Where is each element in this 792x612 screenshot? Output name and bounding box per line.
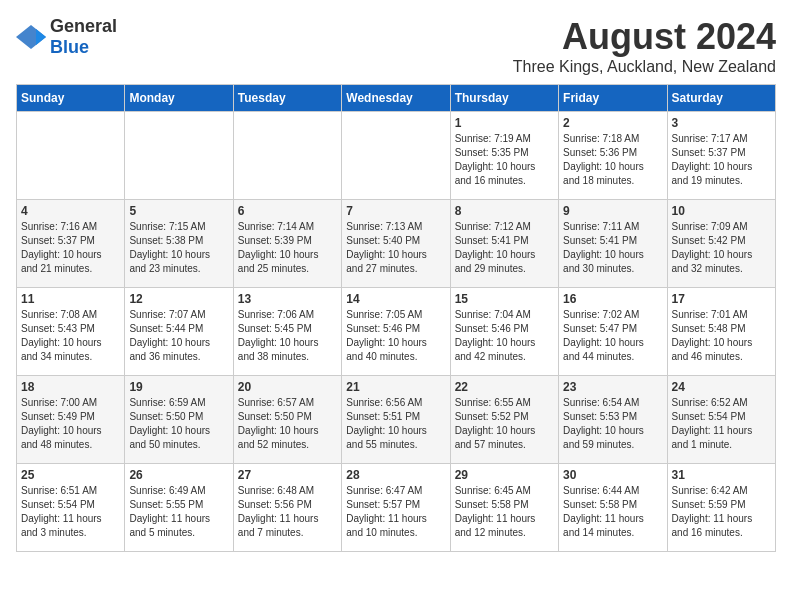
cell-date-number: 30 bbox=[563, 468, 662, 482]
cell-info-text: Sunrise: 7:16 AM Sunset: 5:37 PM Dayligh… bbox=[21, 220, 120, 276]
calendar-cell: 25Sunrise: 6:51 AM Sunset: 5:54 PM Dayli… bbox=[17, 464, 125, 552]
cell-info-text: Sunrise: 6:44 AM Sunset: 5:58 PM Dayligh… bbox=[563, 484, 662, 540]
cell-info-text: Sunrise: 6:55 AM Sunset: 5:52 PM Dayligh… bbox=[455, 396, 554, 452]
calendar-week-row: 11Sunrise: 7:08 AM Sunset: 5:43 PM Dayli… bbox=[17, 288, 776, 376]
weekday-header-sunday: Sunday bbox=[17, 85, 125, 112]
cell-date-number: 18 bbox=[21, 380, 120, 394]
title-section: August 2024 Three Kings, Auckland, New Z… bbox=[513, 16, 776, 76]
cell-info-text: Sunrise: 7:12 AM Sunset: 5:41 PM Dayligh… bbox=[455, 220, 554, 276]
cell-date-number: 23 bbox=[563, 380, 662, 394]
cell-date-number: 14 bbox=[346, 292, 445, 306]
calendar-cell bbox=[233, 112, 341, 200]
calendar-cell: 4Sunrise: 7:16 AM Sunset: 5:37 PM Daylig… bbox=[17, 200, 125, 288]
calendar-cell: 6Sunrise: 7:14 AM Sunset: 5:39 PM Daylig… bbox=[233, 200, 341, 288]
cell-date-number: 4 bbox=[21, 204, 120, 218]
calendar-cell: 5Sunrise: 7:15 AM Sunset: 5:38 PM Daylig… bbox=[125, 200, 233, 288]
calendar-cell bbox=[17, 112, 125, 200]
weekday-header-tuesday: Tuesday bbox=[233, 85, 341, 112]
cell-date-number: 5 bbox=[129, 204, 228, 218]
cell-info-text: Sunrise: 6:54 AM Sunset: 5:53 PM Dayligh… bbox=[563, 396, 662, 452]
calendar-cell: 27Sunrise: 6:48 AM Sunset: 5:56 PM Dayli… bbox=[233, 464, 341, 552]
cell-date-number: 28 bbox=[346, 468, 445, 482]
weekday-header-wednesday: Wednesday bbox=[342, 85, 450, 112]
cell-info-text: Sunrise: 6:57 AM Sunset: 5:50 PM Dayligh… bbox=[238, 396, 337, 452]
cell-date-number: 26 bbox=[129, 468, 228, 482]
calendar-cell: 28Sunrise: 6:47 AM Sunset: 5:57 PM Dayli… bbox=[342, 464, 450, 552]
cell-info-text: Sunrise: 6:45 AM Sunset: 5:58 PM Dayligh… bbox=[455, 484, 554, 540]
cell-info-text: Sunrise: 7:08 AM Sunset: 5:43 PM Dayligh… bbox=[21, 308, 120, 364]
cell-date-number: 16 bbox=[563, 292, 662, 306]
calendar-cell: 2Sunrise: 7:18 AM Sunset: 5:36 PM Daylig… bbox=[559, 112, 667, 200]
cell-date-number: 7 bbox=[346, 204, 445, 218]
cell-date-number: 3 bbox=[672, 116, 771, 130]
cell-date-number: 24 bbox=[672, 380, 771, 394]
logo-text: General Blue bbox=[50, 16, 117, 58]
cell-info-text: Sunrise: 6:59 AM Sunset: 5:50 PM Dayligh… bbox=[129, 396, 228, 452]
calendar-cell: 30Sunrise: 6:44 AM Sunset: 5:58 PM Dayli… bbox=[559, 464, 667, 552]
weekday-header-monday: Monday bbox=[125, 85, 233, 112]
cell-info-text: Sunrise: 7:19 AM Sunset: 5:35 PM Dayligh… bbox=[455, 132, 554, 188]
cell-info-text: Sunrise: 6:56 AM Sunset: 5:51 PM Dayligh… bbox=[346, 396, 445, 452]
calendar-cell: 10Sunrise: 7:09 AM Sunset: 5:42 PM Dayli… bbox=[667, 200, 775, 288]
cell-date-number: 12 bbox=[129, 292, 228, 306]
cell-info-text: Sunrise: 7:02 AM Sunset: 5:47 PM Dayligh… bbox=[563, 308, 662, 364]
cell-date-number: 10 bbox=[672, 204, 771, 218]
cell-date-number: 21 bbox=[346, 380, 445, 394]
calendar-week-row: 25Sunrise: 6:51 AM Sunset: 5:54 PM Dayli… bbox=[17, 464, 776, 552]
calendar-cell: 16Sunrise: 7:02 AM Sunset: 5:47 PM Dayli… bbox=[559, 288, 667, 376]
cell-date-number: 8 bbox=[455, 204, 554, 218]
calendar-week-row: 18Sunrise: 7:00 AM Sunset: 5:49 PM Dayli… bbox=[17, 376, 776, 464]
calendar-cell: 19Sunrise: 6:59 AM Sunset: 5:50 PM Dayli… bbox=[125, 376, 233, 464]
cell-info-text: Sunrise: 6:48 AM Sunset: 5:56 PM Dayligh… bbox=[238, 484, 337, 540]
cell-date-number: 6 bbox=[238, 204, 337, 218]
cell-date-number: 31 bbox=[672, 468, 771, 482]
cell-info-text: Sunrise: 7:11 AM Sunset: 5:41 PM Dayligh… bbox=[563, 220, 662, 276]
cell-info-text: Sunrise: 6:52 AM Sunset: 5:54 PM Dayligh… bbox=[672, 396, 771, 452]
cell-info-text: Sunrise: 7:18 AM Sunset: 5:36 PM Dayligh… bbox=[563, 132, 662, 188]
calendar-cell: 23Sunrise: 6:54 AM Sunset: 5:53 PM Dayli… bbox=[559, 376, 667, 464]
cell-date-number: 22 bbox=[455, 380, 554, 394]
logo-general: General bbox=[50, 16, 117, 36]
calendar-week-row: 1Sunrise: 7:19 AM Sunset: 5:35 PM Daylig… bbox=[17, 112, 776, 200]
cell-info-text: Sunrise: 7:05 AM Sunset: 5:46 PM Dayligh… bbox=[346, 308, 445, 364]
calendar-cell: 21Sunrise: 6:56 AM Sunset: 5:51 PM Dayli… bbox=[342, 376, 450, 464]
cell-date-number: 13 bbox=[238, 292, 337, 306]
logo: General Blue bbox=[16, 16, 117, 58]
calendar-cell: 1Sunrise: 7:19 AM Sunset: 5:35 PM Daylig… bbox=[450, 112, 558, 200]
logo-blue: Blue bbox=[50, 37, 89, 57]
calendar-cell: 9Sunrise: 7:11 AM Sunset: 5:41 PM Daylig… bbox=[559, 200, 667, 288]
cell-date-number: 17 bbox=[672, 292, 771, 306]
logo-icon bbox=[16, 25, 46, 49]
calendar-cell: 24Sunrise: 6:52 AM Sunset: 5:54 PM Dayli… bbox=[667, 376, 775, 464]
calendar-cell: 18Sunrise: 7:00 AM Sunset: 5:49 PM Dayli… bbox=[17, 376, 125, 464]
cell-date-number: 19 bbox=[129, 380, 228, 394]
calendar-cell: 29Sunrise: 6:45 AM Sunset: 5:58 PM Dayli… bbox=[450, 464, 558, 552]
weekday-header-row: SundayMondayTuesdayWednesdayThursdayFrid… bbox=[17, 85, 776, 112]
calendar-cell: 13Sunrise: 7:06 AM Sunset: 5:45 PM Dayli… bbox=[233, 288, 341, 376]
cell-info-text: Sunrise: 6:42 AM Sunset: 5:59 PM Dayligh… bbox=[672, 484, 771, 540]
calendar-cell: 17Sunrise: 7:01 AM Sunset: 5:48 PM Dayli… bbox=[667, 288, 775, 376]
calendar-cell: 7Sunrise: 7:13 AM Sunset: 5:40 PM Daylig… bbox=[342, 200, 450, 288]
cell-date-number: 27 bbox=[238, 468, 337, 482]
calendar-subtitle: Three Kings, Auckland, New Zealand bbox=[513, 58, 776, 76]
cell-info-text: Sunrise: 7:06 AM Sunset: 5:45 PM Dayligh… bbox=[238, 308, 337, 364]
calendar-cell: 8Sunrise: 7:12 AM Sunset: 5:41 PM Daylig… bbox=[450, 200, 558, 288]
cell-info-text: Sunrise: 7:00 AM Sunset: 5:49 PM Dayligh… bbox=[21, 396, 120, 452]
calendar-cell bbox=[125, 112, 233, 200]
calendar-cell: 26Sunrise: 6:49 AM Sunset: 5:55 PM Dayli… bbox=[125, 464, 233, 552]
cell-info-text: Sunrise: 6:49 AM Sunset: 5:55 PM Dayligh… bbox=[129, 484, 228, 540]
cell-info-text: Sunrise: 6:47 AM Sunset: 5:57 PM Dayligh… bbox=[346, 484, 445, 540]
weekday-header-friday: Friday bbox=[559, 85, 667, 112]
cell-info-text: Sunrise: 7:15 AM Sunset: 5:38 PM Dayligh… bbox=[129, 220, 228, 276]
calendar-cell: 31Sunrise: 6:42 AM Sunset: 5:59 PM Dayli… bbox=[667, 464, 775, 552]
cell-info-text: Sunrise: 7:17 AM Sunset: 5:37 PM Dayligh… bbox=[672, 132, 771, 188]
cell-date-number: 15 bbox=[455, 292, 554, 306]
cell-date-number: 9 bbox=[563, 204, 662, 218]
calendar-cell: 15Sunrise: 7:04 AM Sunset: 5:46 PM Dayli… bbox=[450, 288, 558, 376]
cell-info-text: Sunrise: 7:14 AM Sunset: 5:39 PM Dayligh… bbox=[238, 220, 337, 276]
calendar-title: August 2024 bbox=[513, 16, 776, 58]
svg-marker-1 bbox=[36, 29, 46, 45]
cell-date-number: 29 bbox=[455, 468, 554, 482]
calendar-cell: 12Sunrise: 7:07 AM Sunset: 5:44 PM Dayli… bbox=[125, 288, 233, 376]
cell-info-text: Sunrise: 6:51 AM Sunset: 5:54 PM Dayligh… bbox=[21, 484, 120, 540]
